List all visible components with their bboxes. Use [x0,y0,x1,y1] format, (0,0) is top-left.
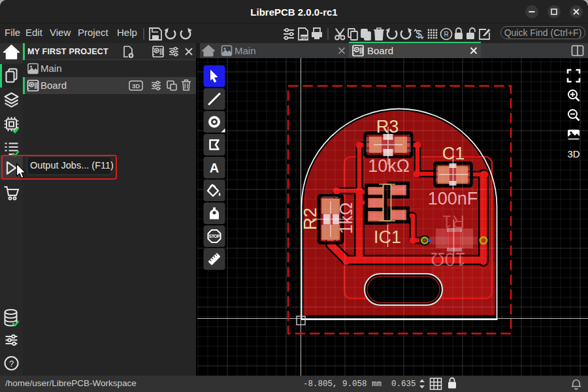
svg-text:1kΩ: 1kΩ [336,203,356,235]
svg-text:A: A [210,161,219,175]
svg-text:?: ? [9,359,14,368]
svg-text:$: $ [416,28,422,41]
svg-text:STOP: STOP [209,234,221,238]
svg-text:Board: Board [367,45,393,56]
svg-text:PDF: PDF [301,36,308,40]
svg-text:Main: Main [235,45,256,56]
svg-text:3D: 3D [132,82,140,90]
svg-text:IC1: IC1 [374,227,401,247]
svg-text:R: R [444,31,448,38]
svg-text:10Ω: 10Ω [431,249,466,270]
svg-text:3D: 3D [567,148,580,159]
svg-text:R3: R3 [376,117,399,137]
